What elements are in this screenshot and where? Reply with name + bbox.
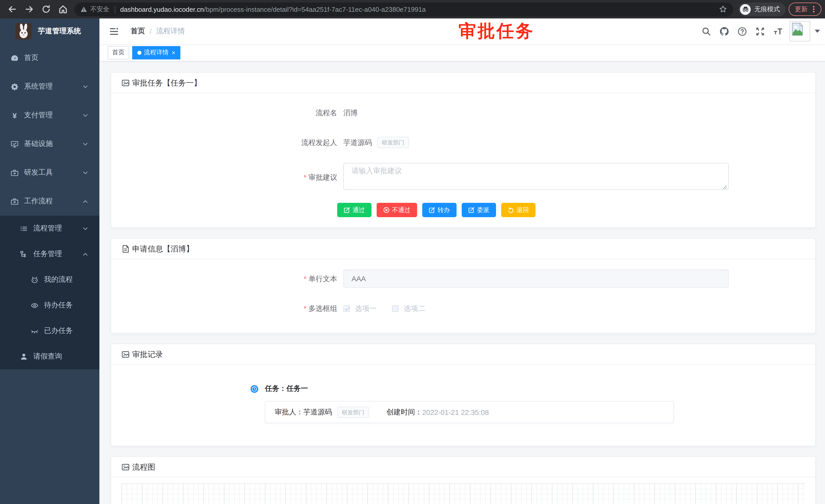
tab-label: 流程详情 xyxy=(144,48,169,57)
timeline-item-head: 任务：任务一 xyxy=(250,384,805,393)
url-divider xyxy=(115,5,115,13)
screen: 不安全 dashboard.yudao.iocoder.cn/bpm/proce… xyxy=(0,0,825,504)
sidebar-item-my-process[interactable]: 我的流程 xyxy=(0,267,99,292)
active-dot-icon xyxy=(137,51,141,55)
home-icon[interactable] xyxy=(58,5,68,14)
checkbox-checked-icon[interactable] xyxy=(343,305,350,312)
sidebar-item-home[interactable]: 首页 xyxy=(0,44,99,72)
fullscreen-icon[interactable] xyxy=(755,26,765,36)
sidebar-item-dev-tools[interactable]: 研发工具 xyxy=(0,158,99,187)
list-icon xyxy=(20,225,28,232)
tab-process-detail[interactable]: 流程详情 × xyxy=(132,46,180,59)
sidebar-item-leave-query[interactable]: 请假查询 xyxy=(0,344,99,369)
sidebar-collapse-icon[interactable] xyxy=(109,26,119,36)
initiator-label: 流程发起人 xyxy=(122,133,337,152)
avatar[interactable] xyxy=(790,21,810,41)
refresh-left-icon xyxy=(508,207,514,213)
bpmn-diagram-canvas[interactable] xyxy=(122,484,805,504)
card-body: 任务：任务一 审批人： 芋道源码 研发部门 创建时间： 2022-01-21 2… xyxy=(111,365,815,446)
sidebar-item-system[interactable]: 系统管理 xyxy=(0,72,99,101)
incognito-badge: 无痕模式 xyxy=(738,2,785,16)
incognito-icon xyxy=(740,4,751,15)
opinion-row: 审批建议 xyxy=(122,163,805,191)
checkbox-option-2[interactable]: 选项二 xyxy=(392,304,425,313)
page-title: 审批任务 xyxy=(459,19,534,43)
checkbox-unchecked-icon[interactable] xyxy=(392,305,399,312)
sidebar-item-task-mgmt[interactable]: 任务管理 xyxy=(0,241,99,267)
browser-update-button[interactable]: 更新 xyxy=(789,3,821,16)
dept-tag: 研发部门 xyxy=(337,406,369,418)
initiator-row: 流程发起人 芋道源码 研发部门 xyxy=(122,133,805,152)
incognito-label: 无痕模式 xyxy=(754,5,780,14)
sidebar-item-label: 我的流程 xyxy=(44,275,73,284)
opinion-textarea[interactable] xyxy=(343,163,729,190)
sidebar-item-process-mgmt[interactable]: 流程管理 xyxy=(0,216,99,241)
page-url[interactable]: dashboard.yudao.iocoder.cn/bpm/process-i… xyxy=(120,5,426,13)
return-button[interactable]: 退回 xyxy=(501,203,535,217)
tab-home[interactable]: 首页 xyxy=(107,46,129,59)
font-size-icon[interactable] xyxy=(773,26,783,36)
process-name-row: 流程名 滔博 xyxy=(122,103,805,122)
sidebar-item-label: 已办任务 xyxy=(44,326,73,335)
sidebar-item-label: 流程管理 xyxy=(33,224,62,233)
app-logo-row[interactable]: 芋道管理系统 xyxy=(0,18,99,44)
sidebar-item-payment[interactable]: ¥ 支付管理 xyxy=(0,101,99,130)
chevron-up-icon xyxy=(82,198,88,204)
sidebar-item-workflow[interactable]: 工作流程 xyxy=(0,187,99,216)
created-label: 创建时间： xyxy=(386,408,422,417)
card-title: 审批任务【任务一】 xyxy=(132,77,201,88)
avatar-caret-icon[interactable] xyxy=(815,30,820,33)
transfer-button[interactable]: 转办 xyxy=(422,203,457,217)
picture-icon xyxy=(122,79,130,87)
chevron-down-icon xyxy=(82,84,88,89)
browser-toolbar: 不安全 dashboard.yudao.iocoder.cn/bpm/proce… xyxy=(0,0,825,18)
checkbox-label: 选项一 xyxy=(355,304,377,313)
url-path: /bpm/process-instance/detail?id=54aa251f… xyxy=(204,5,426,13)
checkbox-group-row: 多选框组 选项一 选项二 xyxy=(122,299,805,318)
tags-view-bar: 首页 流程详情 × xyxy=(99,44,825,62)
update-label: 更新 xyxy=(795,5,808,14)
reject-button[interactable]: 不通过 xyxy=(377,203,417,217)
text-field-label: 单行文本 xyxy=(122,269,337,288)
forward-icon[interactable] xyxy=(24,5,34,14)
toolbox-icon xyxy=(11,169,18,176)
back-icon[interactable] xyxy=(8,5,17,14)
breadcrumb-home[interactable]: 首页 xyxy=(131,27,145,36)
breadcrumb-current: 流程详情 xyxy=(156,27,185,36)
tree-icon xyxy=(20,250,28,258)
approve-button[interactable]: 通过 xyxy=(337,203,372,217)
dashboard-icon xyxy=(11,54,18,62)
header-actions xyxy=(693,18,820,44)
card-title: 申请信息【滔博】 xyxy=(132,243,194,254)
sidebar-item-done-tasks[interactable]: 已办任务 xyxy=(0,318,99,344)
edit-icon xyxy=(468,207,474,213)
delegate-button[interactable]: 委派 xyxy=(462,203,496,217)
not-secure-label[interactable]: 不安全 xyxy=(90,5,109,14)
tab-close-icon[interactable]: × xyxy=(172,50,175,56)
card-header: 流程图 xyxy=(111,457,815,477)
github-icon[interactable] xyxy=(720,26,729,36)
not-secure-warning-icon[interactable] xyxy=(80,6,87,12)
process-name-value: 滔博 xyxy=(343,103,358,122)
search-icon[interactable] xyxy=(701,26,711,36)
bookmark-star-icon[interactable] xyxy=(719,5,727,13)
sidebar-item-label: 请假查询 xyxy=(33,352,62,361)
help-icon[interactable] xyxy=(737,26,747,36)
edit-icon xyxy=(429,207,435,213)
text-field-input[interactable] xyxy=(343,269,729,288)
sidebar-item-label: 基础设施 xyxy=(24,139,53,149)
sidebar-item-label: 支付管理 xyxy=(24,111,53,120)
card-body xyxy=(111,477,815,504)
app-title: 芋道管理系统 xyxy=(38,26,81,35)
reload-icon[interactable] xyxy=(42,5,51,14)
sidebar: 芋道管理系统 首页 系统管理 ¥ 支付管理 基础设施 xyxy=(0,18,99,504)
face-icon xyxy=(31,276,39,283)
initiator-value: 芋道源码 研发部门 xyxy=(343,133,409,152)
address-bar[interactable]: 不安全 dashboard.yudao.iocoder.cn/bpm/proce… xyxy=(74,2,733,16)
checkbox-option-1[interactable]: 选项一 xyxy=(343,304,377,313)
sidebar-item-todo-tasks[interactable]: 待办任务 xyxy=(0,292,99,318)
browser-menu-icon[interactable] xyxy=(810,5,817,13)
sidebar-item-label: 研发工具 xyxy=(24,168,53,177)
chevron-down-icon xyxy=(82,170,88,175)
sidebar-item-infra[interactable]: 基础设施 xyxy=(0,130,99,158)
